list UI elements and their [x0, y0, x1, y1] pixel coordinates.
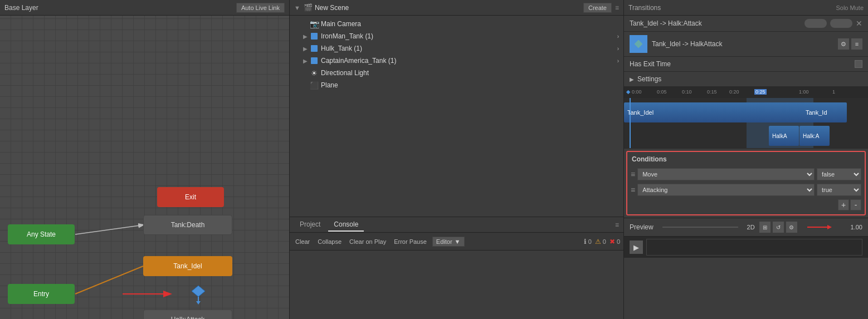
preview-grid-button[interactable]: ⊞: [759, 222, 771, 233]
transition-more-button[interactable]: ≡: [851, 38, 862, 50]
tab-project[interactable]: Project: [294, 218, 326, 232]
hierarchy-options: Create ≡: [583, 3, 619, 13]
svg-marker-5: [196, 301, 201, 305]
transition-settings-icons: ⚙ ≡: [838, 38, 862, 50]
transition-label: Tank_Idel -> Halk:Attack: [630, 19, 804, 27]
create-button[interactable]: Create: [583, 3, 612, 13]
expand-arrow-icon[interactable]: ▶: [303, 33, 308, 40]
hierarchy-content: 📷 Main Camera ▶ IronMan_Tank (1) › ▶ Hul…: [290, 16, 623, 94]
remove-condition-button[interactable]: -: [850, 199, 861, 210]
hierarchy-settings-icon[interactable]: ≡: [615, 4, 619, 12]
preview-loop-button[interactable]: ↺: [773, 222, 784, 233]
hierarchy-item-label: Directional Light: [321, 69, 369, 77]
add-condition-button[interactable]: +: [838, 199, 849, 210]
svg-marker-9: [827, 225, 832, 229]
hierarchy-item-label: Plane: [321, 81, 338, 89]
inspector-panel: Transitions Solo Mute Tank_Idel -> Halk:…: [624, 0, 868, 319]
drag-handle-icon[interactable]: ≡: [631, 185, 635, 194]
condition-parameter-select[interactable]: Attacking: [637, 184, 815, 196]
preview-label: Preview: [630, 223, 654, 231]
transition-mute-toggle[interactable]: [830, 19, 852, 28]
list-item[interactable]: 📷 Main Camera: [290, 18, 623, 30]
light-icon: ☀: [310, 68, 319, 77]
remove-transition-button[interactable]: ✕: [856, 19, 862, 28]
conditions-title: Conditions: [630, 154, 862, 166]
error-icon: ✖: [609, 238, 615, 246]
plane-icon: ⬛: [310, 81, 319, 90]
clear-on-play-button[interactable]: Clear on Play: [347, 237, 388, 246]
state-node-exit[interactable]: Exit: [157, 187, 224, 207]
inspector-solo-mute-label: Solo Mute: [836, 4, 864, 11]
inspector-header: Transitions Solo Mute: [624, 0, 868, 16]
timeline-track-label: Tank_Id: [806, 109, 827, 116]
expand-arrow-icon[interactable]: ▶: [303, 58, 308, 64]
state-node-entry[interactable]: Entry: [8, 284, 75, 304]
preview-controls: ⊞ ↺ ⚙: [759, 222, 797, 233]
error-pause-button[interactable]: Error Pause: [392, 237, 429, 246]
timeline-section: ◆ 0:00 0:05 0:10 0:15 0:20 0:25 1:00 1 T…: [624, 87, 868, 149]
chevron-right-icon: ›: [617, 46, 619, 52]
preview-2d-label: 2D: [747, 224, 755, 230]
state-node-tank-death[interactable]: Tank:Death: [143, 215, 232, 235]
timeline-tracks: Tank_Idel Tank_Id HalkA Halk:A: [624, 98, 868, 148]
cube-icon: [310, 32, 319, 41]
timeline-track-label: HalkA: [772, 133, 787, 139]
chevron-right-icon: ›: [617, 33, 619, 40]
editor-dropdown[interactable]: Editor ▼: [432, 237, 465, 247]
hierarchy-item-label: IronMan_Tank (1): [321, 32, 373, 40]
preview-play-button[interactable]: ▶: [630, 241, 643, 254]
console-settings-icon[interactable]: ≡: [615, 221, 619, 229]
middle-panel: ▼ 🎬 New Scene Create ≡ 📷 Main Camera ▶: [290, 0, 624, 319]
hierarchy-header: ▼ 🎬 New Scene Create ≡: [290, 0, 623, 16]
state-node-any-state[interactable]: Any State: [8, 224, 75, 244]
svg-marker-6: [634, 40, 643, 48]
transition-solo-toggle[interactable]: [804, 19, 827, 28]
clear-button[interactable]: Clear: [293, 237, 312, 246]
has-exit-time-row: Has Exit Time: [624, 57, 868, 72]
warning-icon: ⚠: [595, 238, 601, 246]
list-item[interactable]: ▶ CaptainAmerica_Tank (1) ›: [290, 55, 623, 67]
animator-header: Base Layer Auto Live Link: [0, 0, 289, 16]
collapse-button[interactable]: Collapse: [315, 237, 344, 246]
red-arrow-icon: [802, 222, 835, 233]
inspector-header-label: Transitions: [628, 4, 661, 12]
condition-parameter-select[interactable]: Move: [637, 168, 815, 180]
state-node-tank-idel[interactable]: Tank_Idel: [143, 256, 232, 276]
hierarchy-item-label: CaptainAmerica_Tank (1): [321, 57, 396, 65]
chevron-down-icon: ▼: [455, 238, 461, 245]
hierarchy-item-label: Main Camera: [321, 20, 361, 28]
transition-detail-label: Tank_Idel -> HalkAttack: [652, 40, 722, 48]
preview-playbar: ▶: [624, 236, 868, 258]
list-item[interactable]: ▶ IronMan_Tank (1) ›: [290, 30, 623, 42]
error-badge: ✖ 0: [609, 238, 620, 246]
svg-line-1: [75, 266, 143, 294]
has-exit-time-checkbox[interactable]: [855, 60, 862, 68]
list-item[interactable]: ⬛ Plane: [290, 79, 623, 91]
transition-detail-row: Tank_Idel -> HalkAttack ⚙ ≡: [624, 32, 868, 57]
console-header-options: ≡: [615, 221, 619, 229]
condition-row: ≡ Move false true: [630, 166, 862, 182]
auto-live-link-button[interactable]: Auto Live Link: [236, 3, 285, 13]
chevron-right-icon: ▶: [630, 76, 634, 82]
conditions-section: Conditions ≡ Move false true ≡ Attacking: [626, 151, 866, 215]
hierarchy-scene-icon: 🎬: [304, 3, 313, 12]
camera-icon: 📷: [310, 19, 319, 28]
expand-arrow-icon[interactable]: ▶: [303, 46, 308, 52]
settings-toggle[interactable]: ▶ Settings: [630, 75, 862, 83]
transition-settings-icon-button[interactable]: ⚙: [838, 38, 849, 50]
tab-console[interactable]: Console: [328, 218, 364, 232]
condition-value-select[interactable]: false true: [817, 168, 861, 180]
preview-settings-button[interactable]: ⚙: [786, 222, 797, 233]
transition-type-icon: [630, 35, 647, 53]
list-item[interactable]: ☀ Directional Light: [290, 67, 623, 79]
info-icon: ℹ: [584, 238, 587, 246]
preview-position-slider[interactable]: [662, 227, 738, 228]
list-item[interactable]: ▶ Hulk_Tank (1) ›: [290, 42, 623, 55]
drag-handle-icon[interactable]: ≡: [631, 170, 635, 179]
has-exit-time-label: Has Exit Time: [630, 60, 850, 68]
animator-title: Base Layer: [4, 4, 38, 12]
preview-track: [646, 239, 862, 256]
state-node-halk-attack[interactable]: Halk:Attack: [143, 310, 232, 319]
svg-marker-3: [192, 286, 205, 297]
condition-value-select[interactable]: true false: [817, 184, 861, 196]
